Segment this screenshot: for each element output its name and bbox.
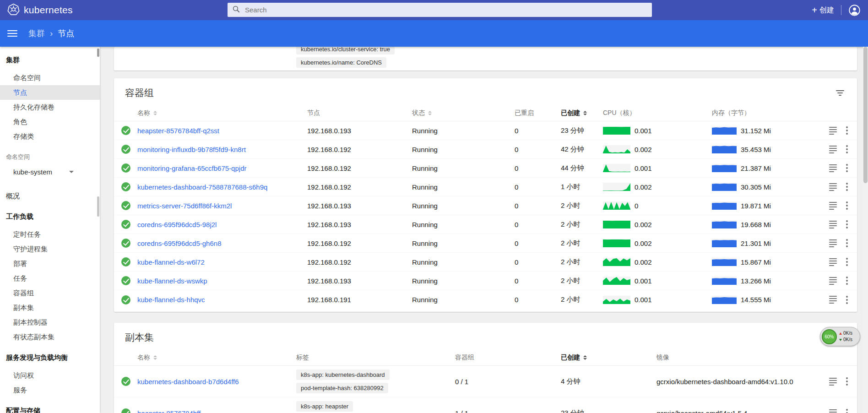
filter-icon[interactable] — [834, 88, 846, 98]
more-menu-icon[interactable] — [844, 257, 850, 267]
sidebar-item-namespaces[interactable]: 命名空间 — [0, 71, 100, 85]
more-menu-icon[interactable] — [844, 408, 850, 413]
logs-icon[interactable] — [829, 258, 837, 266]
logs-icon[interactable] — [829, 164, 837, 172]
label-chip: k8s-app: heapster — [296, 401, 353, 412]
pod-row[interactable]: coredns-695f96dcd5-98j2l 192.168.0.193 R… — [114, 215, 857, 234]
pod-row[interactable]: kube-flannel-ds-hhqvc 192.168.0.191 Runn… — [114, 290, 857, 309]
sidebar-item-pods[interactable]: 容器组 — [0, 286, 100, 300]
status-ok-icon — [121, 182, 130, 191]
logs-icon[interactable] — [829, 277, 837, 285]
hamburger-menu-icon[interactable] — [7, 30, 17, 37]
kubernetes-logo[interactable]: kubernetes — [7, 3, 73, 17]
sidebar-item-storage-classes[interactable]: 存储类 — [0, 129, 100, 144]
sidebar-item-persistent-volumes[interactable]: 持久化存储卷 — [0, 100, 100, 114]
user-avatar-icon[interactable] — [848, 4, 861, 16]
cpu-sparkline — [603, 145, 630, 153]
pod-name-link[interactable]: monitoring-grafana-65ccfb675-qpjdr — [137, 164, 307, 172]
sidebar-item-services[interactable]: 服务 — [0, 383, 100, 397]
pod-name-link[interactable]: kube-flannel-ds-wswkp — [137, 277, 307, 285]
logs-icon[interactable] — [829, 221, 837, 228]
replicaset-name-link[interactable]: heapster-8576784bff — [137, 409, 296, 413]
download-speed: 0K/s — [843, 337, 852, 343]
sidebar-item-roles[interactable]: 角色 — [0, 114, 100, 129]
column-header-created[interactable]: 已创建 — [561, 353, 656, 362]
sort-icon[interactable] — [583, 111, 587, 115]
replicaset-name-link[interactable]: kubernetes-dashboard-b7d6d4ff6 — [137, 378, 296, 386]
sidebar-item-overview[interactable]: 概况 — [0, 189, 100, 203]
pod-row[interactable]: heapster-8576784bff-q2sst 192.168.0.193 … — [114, 121, 857, 140]
replicaset-pods: 0 / 1 — [455, 378, 561, 386]
more-menu-icon[interactable] — [844, 376, 850, 386]
sidebar-item-daemon-sets[interactable]: 守护进程集 — [0, 242, 100, 256]
more-menu-icon[interactable] — [844, 163, 850, 173]
more-menu-icon[interactable] — [844, 276, 850, 286]
pod-name-link[interactable]: kube-flannel-ds-hhqvc — [137, 296, 307, 304]
more-menu-icon[interactable] — [844, 295, 850, 305]
search-input[interactable] — [245, 6, 647, 14]
sort-icon[interactable] — [583, 355, 587, 360]
more-menu-icon[interactable] — [844, 125, 850, 136]
more-menu-icon[interactable] — [844, 182, 850, 192]
pod-name-link[interactable]: coredns-695f96dcd5-98j2l — [137, 221, 307, 228]
column-header-name[interactable]: 名称 — [137, 109, 307, 117]
page-scrollbar[interactable] — [863, 47, 868, 413]
pod-row[interactable]: kubernetes-dashboard-7588787688-s6h9q 19… — [114, 178, 857, 196]
pod-row[interactable]: metrics-server-75d6ff86f-kkm2l 192.168.0… — [114, 196, 857, 215]
sort-icon[interactable] — [153, 355, 157, 360]
sidebar-item-cron-jobs[interactable]: 定时任务 — [0, 227, 100, 242]
pod-row[interactable]: monitoring-grafana-65ccfb675-qpjdr 192.1… — [114, 159, 857, 178]
breadcrumb-cluster[interactable]: 集群 — [28, 28, 45, 39]
logs-icon[interactable] — [829, 378, 837, 386]
pod-name-link[interactable]: kube-flannel-ds-w6l72 — [137, 258, 307, 266]
more-menu-icon[interactable] — [844, 144, 850, 154]
pod-row[interactable]: coredns-695f96dcd5-gh6n8 192.168.0.192 R… — [114, 234, 857, 253]
more-menu-icon[interactable] — [844, 201, 850, 211]
replicaset-row[interactable]: kubernetes-dashboard-b7d6d4ff6 k8s-app: … — [114, 366, 857, 397]
column-header-name[interactable]: 名称 — [137, 353, 296, 362]
pod-name-link[interactable]: monitoring-influxdb-9b78f5fd9-kn8rt — [137, 146, 307, 153]
sidebar-item-ingresses[interactable]: 访问权 — [0, 368, 100, 383]
logs-icon[interactable] — [829, 183, 837, 191]
pod-name-link[interactable]: kubernetes-dashboard-7588787688-s6h9q — [137, 183, 307, 191]
sidebar-item-replication-controllers[interactable]: 副本控制器 — [0, 315, 100, 330]
namespace-selector[interactable]: kube-system — [13, 164, 74, 179]
pod-memory: 31.152 Mi — [741, 127, 771, 135]
scrollbar-thumb[interactable] — [863, 47, 868, 183]
pod-cpu: 0.001 — [635, 127, 652, 135]
pod-row[interactable]: kube-flannel-ds-wswkp 192.168.0.193 Runn… — [114, 272, 857, 290]
logs-icon[interactable] — [829, 127, 837, 135]
net-speed-widget[interactable]: 60% 0K/s 0K/s — [820, 327, 860, 346]
pod-name-link[interactable]: metrics-server-75d6ff86f-kkm2l — [137, 202, 307, 210]
sidebar-section-discovery: 服务发现与负载均衡 — [0, 350, 100, 365]
sort-icon[interactable] — [428, 111, 432, 115]
pod-row[interactable]: monitoring-influxdb-9b78f5fd9-kn8rt 192.… — [114, 140, 857, 159]
create-button[interactable]: +创建 — [812, 5, 834, 15]
logs-icon[interactable] — [829, 239, 837, 247]
sidebar-item-nodes[interactable]: 节点 — [0, 85, 100, 100]
pod-created: 2 小时 — [561, 258, 603, 266]
replicaset-row[interactable]: heapster-8576784bff k8s-app: heapster po… — [114, 397, 857, 413]
pod-name-link[interactable]: coredns-695f96dcd5-gh6n8 — [137, 239, 307, 247]
pod-name-link[interactable]: heapster-8576784bff-q2sst — [137, 127, 307, 135]
search-bar[interactable] — [228, 3, 652, 17]
sidebar-item-stateful-sets[interactable]: 有状态副本集 — [0, 330, 100, 344]
sidebar-scrollbar-handle[interactable] — [97, 196, 99, 217]
pod-restarts: 0 — [515, 202, 561, 210]
more-menu-icon[interactable] — [844, 238, 850, 248]
sidebar-item-replica-sets[interactable]: 副本集 — [0, 300, 100, 315]
sidebar-item-deployments[interactable]: 部署 — [0, 256, 100, 271]
sidebar-scrollbar-thumb[interactable] — [97, 49, 99, 57]
more-menu-icon[interactable] — [844, 219, 850, 229]
pod-row[interactable]: kube-flannel-ds-w6l72 192.168.0.192 Runn… — [114, 253, 857, 272]
sidebar-item-jobs[interactable]: 任务 — [0, 271, 100, 286]
column-header-created[interactable]: 已创建 — [561, 109, 603, 117]
pod-memory: 15.867 Mi — [741, 258, 771, 266]
logs-icon[interactable] — [829, 296, 837, 304]
logs-icon[interactable] — [829, 409, 837, 413]
pod-status: Running — [412, 164, 515, 172]
logs-icon[interactable] — [829, 202, 837, 210]
logs-icon[interactable] — [829, 146, 837, 153]
sort-icon[interactable] — [153, 111, 157, 115]
column-header-status[interactable]: 状态 — [412, 109, 515, 117]
